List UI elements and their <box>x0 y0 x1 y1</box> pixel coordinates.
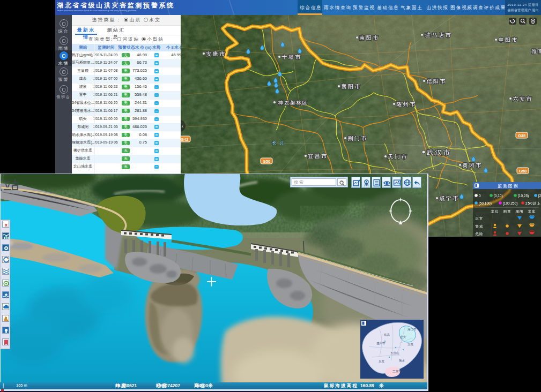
svg-text:六安市: 六安市 <box>513 96 532 102</box>
svg-text:250以上: 250以上 <box>525 201 541 205</box>
svg-text:警戒: 警戒 <box>476 224 484 229</box>
svg-text:[100,250): [100,250) <box>503 201 517 206</box>
svg-text:淮南: 淮南 <box>532 48 541 54</box>
svg-text:黄冈市: 黄冈市 <box>462 162 482 168</box>
svg-text:襄阳市: 襄阳市 <box>341 84 361 89</box>
svg-text:海口市: 海口市 <box>407 328 417 331</box>
svg-text:南阳市: 南阳市 <box>359 35 379 41</box>
svg-text:‹: ‹ <box>182 124 183 129</box>
svg-text:文昌: 文昌 <box>407 343 413 346</box>
svg-text:监测图例: 监测图例 <box>498 184 519 189</box>
svg-text:[25,: [25, <box>538 194 541 198</box>
svg-text:G35: G35 <box>518 133 525 138</box>
svg-text:[10,25): [10,25) <box>518 194 529 198</box>
svg-text:定安: 定安 <box>400 335 406 339</box>
svg-text:水库: 水库 <box>528 209 536 213</box>
svg-text:长江: 长江 <box>272 140 288 146</box>
svg-text:乐东: 乐东 <box>379 360 385 363</box>
svg-text:陵水: 陵水 <box>399 359 405 362</box>
svg-text:危险: 危险 <box>476 232 484 236</box>
svg-text:神农架林区: 神农架林区 <box>278 100 309 105</box>
svg-text:水位: 水位 <box>491 209 499 213</box>
svg-text:0: 0 <box>479 194 481 198</box>
svg-text:[0,10): [0,10) <box>494 194 503 198</box>
svg-text:咸宁市: 咸宁市 <box>439 195 459 201</box>
svg-text:安康市: 安康市 <box>206 51 226 57</box>
svg-text:临高: 临高 <box>384 333 390 336</box>
svg-text:宜昌市: 宜昌市 <box>308 153 328 159</box>
svg-text:G50: G50 <box>263 159 270 164</box>
svg-text:G50: G50 <box>519 169 527 174</box>
svg-text:十堰市: 十堰市 <box>281 54 301 60</box>
svg-text:武汉市: 武汉市 <box>426 149 452 156</box>
svg-text:信阳市: 信阳市 <box>426 78 446 84</box>
svg-text:正常: 正常 <box>476 216 484 220</box>
svg-text:荆门市: 荆门市 <box>347 135 367 141</box>
svg-text:雨量: 雨量 <box>503 209 512 213</box>
svg-text:x: x <box>4 222 7 228</box>
svg-text:堰闸: 堰闸 <box>515 209 524 214</box>
svg-text:三亚市: 三亚市 <box>392 370 402 373</box>
svg-text:驻马店市: 驻马店市 <box>425 32 452 38</box>
svg-text:儋州市: 儋州市 <box>376 342 386 345</box>
svg-text:五指山: 五指山 <box>390 351 399 355</box>
svg-text:阜阳市: 阜阳市 <box>498 37 518 43</box>
svg-text:天门市: 天门市 <box>388 154 407 160</box>
svg-text:G42: G42 <box>181 137 188 142</box>
svg-text:随州市: 随州市 <box>396 101 416 107</box>
svg-text:[50,100): [50,100) <box>479 201 492 206</box>
